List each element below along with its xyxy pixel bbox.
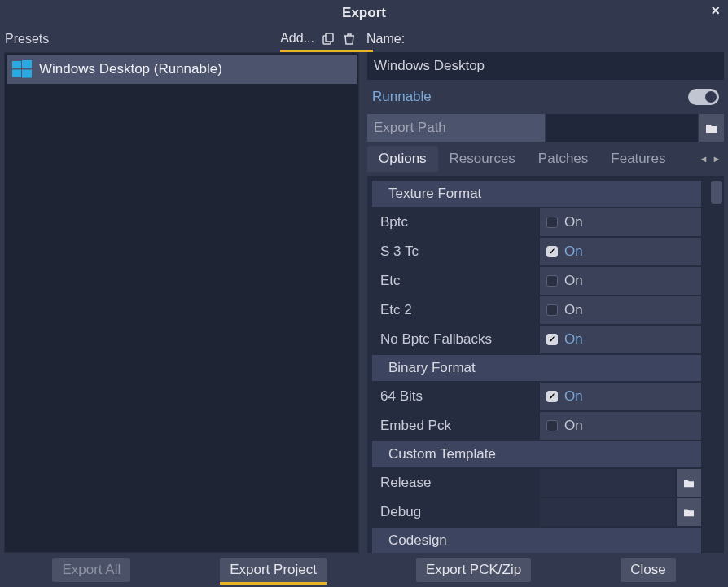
export-all-button[interactable]: Export All (52, 558, 130, 582)
tab-patches[interactable]: Patches (527, 146, 599, 172)
runnable-label: Runnable (372, 89, 432, 105)
export-project-button[interactable]: Export Project (220, 558, 327, 582)
prop-bptc: Bptc On (372, 208, 701, 236)
preset-list[interactable]: Windows Desktop (Runnable) (4, 52, 359, 553)
preset-details: Windows Desktop Runnable Export Path Opt… (367, 52, 724, 553)
tab-resources[interactable]: Resources (438, 146, 527, 172)
section-codesign: Codesign (372, 528, 701, 553)
section-custom-template: Custom Template (372, 441, 701, 467)
release-browse-button[interactable] (677, 469, 701, 497)
topbar: Presets Add... Name: (0, 26, 728, 52)
close-icon[interactable]: × (711, 3, 720, 18)
runnable-toggle[interactable] (688, 89, 719, 105)
tab-scroll-right-icon[interactable]: ► (711, 153, 722, 164)
tab-options[interactable]: Options (367, 146, 438, 172)
dialog-title: Export (342, 5, 386, 21)
preset-name-input[interactable]: Windows Desktop (367, 52, 724, 80)
svg-rect-5 (22, 70, 32, 78)
duplicate-icon[interactable] (321, 32, 335, 46)
s3tc-checkbox[interactable]: On (540, 238, 701, 265)
footer: Export All Export Project Export PCK/Zip… (0, 553, 728, 587)
checkbox-icon (546, 391, 558, 402)
no-bptc-fallbacks-checkbox[interactable]: On (540, 326, 701, 353)
tab-features[interactable]: Features (599, 146, 677, 172)
section-binary-format: Binary Format (372, 355, 701, 381)
export-path-browse-button[interactable] (699, 114, 724, 142)
tab-scroll-left-icon[interactable]: ◄ (698, 153, 709, 164)
trash-icon[interactable] (342, 32, 357, 46)
svg-rect-4 (12, 70, 21, 77)
checkbox-icon (546, 217, 558, 228)
prop-embed-pck: Embed Pck On (372, 412, 701, 440)
release-path-input[interactable] (540, 469, 675, 497)
checkbox-icon (546, 334, 558, 345)
preset-item-label: Windows Desktop (Runnable) (39, 61, 222, 77)
checkbox-icon (546, 420, 558, 431)
name-label: Name: (366, 32, 405, 46)
svg-rect-3 (22, 60, 32, 68)
options-panel: Texture Format Bptc On S 3 Tc On (367, 176, 724, 553)
windows-icon (11, 59, 33, 80)
add-preset-button[interactable]: Add... (280, 31, 314, 47)
etc-checkbox[interactable]: On (540, 267, 701, 295)
prop-debug: Debug (372, 498, 701, 526)
close-button[interactable]: Close (621, 558, 675, 582)
checkbox-icon (546, 246, 558, 257)
svg-rect-1 (326, 33, 333, 42)
etc2-checkbox[interactable]: On (540, 296, 701, 324)
embed-pck-checkbox[interactable]: On (540, 412, 701, 440)
prop-no-bptc-fallbacks: No Bptc Fallbacks On (372, 326, 701, 353)
debug-path-input[interactable] (540, 498, 675, 526)
tabs: Options Resources Patches Features ◄ ► (367, 145, 724, 173)
prop-etc2: Etc 2 On (372, 296, 701, 324)
export-pck-button[interactable]: Export PCK/Zip (416, 558, 531, 582)
prop-64-bits: 64 Bits On (372, 383, 701, 410)
tab-scroll: ◄ ► (698, 153, 722, 164)
bits64-checkbox[interactable]: On (540, 383, 701, 410)
checkbox-icon (546, 275, 558, 287)
scrollbar-thumb[interactable] (711, 181, 722, 204)
svg-rect-2 (12, 61, 21, 68)
presets-label: Presets (5, 32, 49, 46)
bptc-checkbox[interactable]: On (540, 208, 701, 236)
dialog-titlebar: Export × (0, 0, 728, 23)
section-texture-format: Texture Format (372, 181, 701, 207)
prop-etc: Etc On (372, 267, 701, 295)
prop-release: Release (372, 469, 701, 497)
checkbox-icon (546, 304, 558, 316)
export-path-label: Export Path (367, 114, 545, 142)
preset-item-windows[interactable]: Windows Desktop (Runnable) (7, 55, 357, 84)
debug-browse-button[interactable] (677, 498, 701, 526)
export-path-input[interactable] (546, 114, 698, 142)
prop-s3tc: S 3 Tc On (372, 238, 701, 265)
